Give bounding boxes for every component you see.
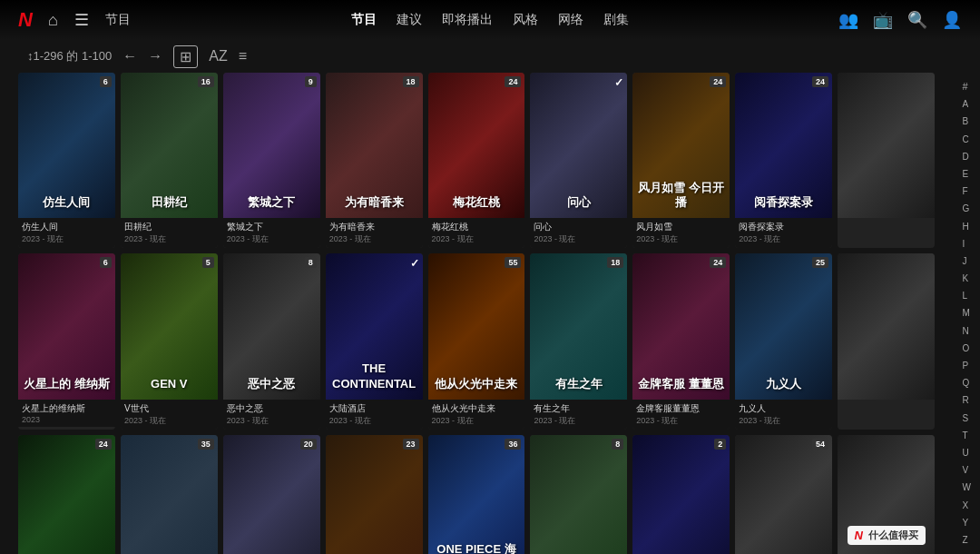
card-item[interactable]: 5GEN VV世代2023 - 现在 (121, 253, 218, 429)
card-item[interactable]: 55他从火光中走来他从火光中走来2023 - 现在 (428, 253, 525, 429)
az-E[interactable]: E (963, 170, 971, 179)
card-item[interactable]: ✓问心问心2023 - 现在 (530, 73, 627, 248)
card-title: 火星上的维纳斯 (22, 402, 112, 415)
nav-item-suggestions[interactable]: 建议 (397, 12, 422, 28)
az-K[interactable]: K (963, 274, 971, 283)
nav-item-genre[interactable]: 风格 (513, 12, 538, 28)
az-L[interactable]: L (963, 292, 971, 301)
episode-badge: 2 (714, 439, 726, 450)
az-M[interactable]: M (963, 309, 971, 318)
card-item[interactable]: 24就起跑吧就起跑吧2023 - 现在 (18, 435, 115, 554)
card-item[interactable]: 24梅花红桃梅花红桃2023 - 现在 (428, 73, 525, 248)
az-T[interactable]: T (963, 431, 971, 440)
az-O[interactable]: O (963, 344, 971, 353)
card-item[interactable]: 9繁城之下繁城之下2023 - 现在 (223, 73, 320, 248)
az-V[interactable]: V (963, 466, 971, 475)
nav-item-upcoming[interactable]: 即将播出 (442, 12, 493, 28)
card-title: V世代 (124, 402, 214, 415)
az-C[interactable]: C (963, 135, 971, 144)
card-cover-text: 火星上的 维纳斯 (18, 377, 115, 392)
episode-badge: 24 (505, 76, 521, 87)
card-item[interactable]: 24阅香探案录阅香探案录2023 - 现在 (735, 73, 832, 248)
az-G[interactable]: G (963, 204, 971, 213)
az-X[interactable]: X (963, 501, 971, 510)
card-item[interactable]: 25九义人九义人2023 - 现在 (735, 253, 832, 429)
episode-badge: 24 (710, 76, 726, 87)
card-item[interactable]: 24风月如雪 今日开播风月如雪2023 - 现在 (632, 73, 730, 248)
az-N[interactable]: N (963, 327, 971, 336)
card-title: 问心 (534, 221, 623, 233)
count-label: ↕1-296 的 1-100 (27, 48, 112, 64)
az-D[interactable]: D (963, 153, 971, 162)
az-P[interactable]: P (963, 361, 971, 371)
card-item[interactable]: 18有生之年有生之年2023 - 现在 (530, 253, 627, 429)
az-F[interactable]: F (963, 187, 971, 196)
az-J[interactable]: J (963, 257, 971, 266)
card-item[interactable]: 36ONE PIECE 海贼王NONE PIECE2023 - 现在 (428, 435, 525, 554)
az-Y[interactable]: Y (963, 519, 971, 528)
az-H[interactable]: H (963, 223, 971, 232)
episode-badge: 25 (812, 257, 828, 268)
episode-badge: 24 (812, 76, 828, 87)
card-item[interactable]: 6火星上的 维纳斯火星上的维纳斯2023 (18, 253, 115, 429)
episode-badge: 24 (710, 257, 726, 268)
grid-view-btn[interactable]: ⊞ (173, 45, 198, 68)
prev-arrow[interactable]: ← (122, 48, 137, 64)
nav-right: 👥 📺 🔍 👤 (838, 10, 962, 30)
card-item[interactable]: 23骄阳伴我骄阳伴我2023 - 现在 (326, 435, 423, 554)
card-item[interactable]: 54IFt2023 - 现在 (735, 435, 832, 554)
next-arrow[interactable]: → (148, 48, 162, 64)
watermark-text: 什么值得买 (868, 529, 918, 542)
episode-badge: 54 (812, 439, 828, 450)
episode-badge: 35 (198, 439, 214, 450)
nav-item-series[interactable]: 剧集 (603, 12, 629, 28)
card-item[interactable] (838, 73, 935, 248)
card-item[interactable]: 18为有暗香来为有暗香来2023 - 现在 (326, 73, 423, 248)
az-Z[interactable]: Z (963, 536, 971, 545)
card-title: 阅香探案录 (739, 221, 828, 233)
card-cover-text: 金牌客服 董董恩 (632, 377, 730, 392)
card-year: 2023 - 现在 (329, 415, 419, 427)
card-item[interactable]: 20零之羽2023 - 现在 (223, 435, 320, 554)
card-item[interactable]: 6仿生人间仿生人间2023 - 现在 (18, 73, 115, 248)
card-item[interactable]: 8逃北大英雄 物馆2023 - 现在 (530, 435, 627, 554)
card-item[interactable]: ✓THE CONTINENTAL大陆酒店2023 - 现在 (326, 253, 423, 429)
az-hash[interactable]: # (963, 82, 971, 92)
episode-badge: 9 (305, 76, 317, 87)
card-title: 风月如雪 (636, 221, 726, 233)
users-icon[interactable]: 👥 (838, 10, 858, 30)
nav-shows-label[interactable]: 节目 (105, 12, 131, 28)
episode-badge: 5 (202, 257, 214, 268)
menu-icon[interactable]: ☰ (74, 10, 89, 30)
az-U[interactable]: U (963, 449, 971, 458)
filter-btn[interactable]: ≡ (239, 48, 247, 64)
az-A[interactable]: A (963, 100, 971, 109)
card-title: 恶中之恶 (227, 402, 317, 415)
card-cover-text: GEN V (121, 377, 218, 392)
home-icon[interactable]: ⌂ (48, 11, 58, 30)
card-item[interactable]: 24金牌客服 董董恩金牌客服董董恩2023 - 现在 (632, 253, 730, 429)
cast-icon[interactable]: 📺 (873, 10, 893, 30)
card-title: 有生之年 (534, 402, 623, 415)
sort-az-btn[interactable]: AZ (209, 48, 227, 64)
nav-item-network[interactable]: 网络 (558, 12, 583, 28)
card-item[interactable] (838, 253, 935, 429)
nav-item-shows[interactable]: 节目 (351, 12, 377, 28)
card-year: 2023 (22, 415, 112, 424)
episode-badge: 24 (95, 439, 112, 450)
az-R[interactable]: R (963, 396, 971, 405)
card-item[interactable]: 22023 - 现在 (632, 435, 730, 554)
card-title: 梅花红桃 (432, 221, 522, 233)
az-B[interactable]: B (963, 117, 971, 126)
az-S[interactable]: S (963, 414, 971, 423)
profile-icon[interactable]: 👤 (942, 10, 962, 30)
card-item[interactable]: 35旁观者旁观者2023 - 现在 (121, 435, 218, 554)
card-item[interactable]: 8恶中之恶恶中之恶2023 - 现在 (223, 253, 320, 429)
az-W[interactable]: W (963, 483, 971, 492)
card-year: 2023 - 现在 (636, 415, 726, 427)
card-cover-text: 阅香探案录 (735, 195, 832, 211)
az-I[interactable]: I (963, 240, 971, 249)
search-icon[interactable]: 🔍 (907, 10, 927, 30)
card-item[interactable]: 16田耕纪田耕纪2023 - 现在 (121, 73, 218, 248)
az-Q[interactable]: Q (963, 379, 971, 388)
